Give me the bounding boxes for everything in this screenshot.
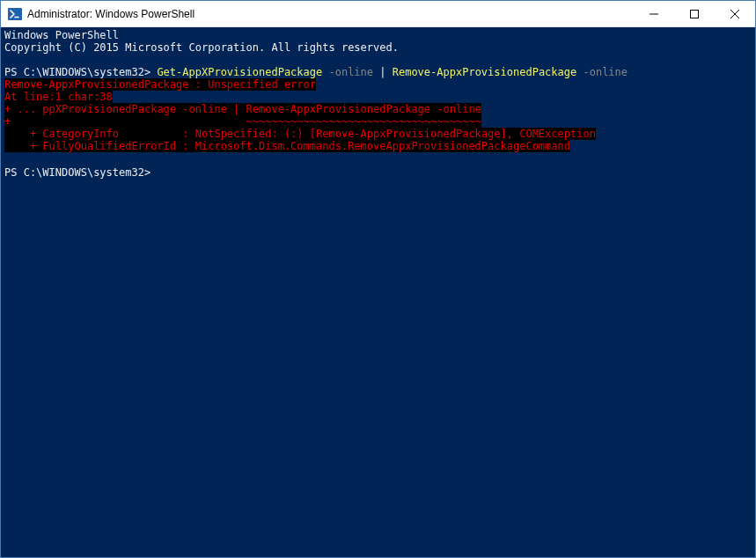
banner-line: Copyright (C) 2015 Microsoft Corporation… bbox=[4, 41, 752, 54]
svg-rect-0 bbox=[8, 8, 22, 20]
close-button[interactable] bbox=[715, 1, 755, 26]
error-line: + ~~~~~~~~~~~~~~~~~~~~~~~~~~~~~~~~~~~~~ bbox=[4, 115, 752, 128]
powershell-icon bbox=[8, 7, 22, 21]
blank-line bbox=[4, 152, 752, 165]
banner-line: Windows PowerShell bbox=[4, 29, 752, 41]
titlebar[interactable]: Administrator: Windows PowerShell bbox=[1, 1, 755, 27]
terminal[interactable]: Windows PowerShellCopyright (C) 2015 Mic… bbox=[1, 27, 755, 557]
error-line: At line:1 char:38 bbox=[4, 91, 752, 103]
prompt-line: PS C:\WINDOWS\system32> bbox=[4, 165, 752, 179]
cursor bbox=[157, 165, 163, 176]
minimize-icon bbox=[650, 10, 658, 18]
svg-rect-3 bbox=[691, 10, 699, 18]
error-line: + FullyQualifiedErrorId : Microsoft.Dism… bbox=[4, 140, 752, 152]
window-title: Administrator: Windows PowerShell bbox=[27, 8, 634, 20]
minimize-button[interactable] bbox=[634, 1, 674, 26]
error-line: + CategoryInfo : NotSpecified: (:) [Remo… bbox=[4, 128, 752, 140]
error-line: Remove-AppxProvisionedPackage : Unspecif… bbox=[4, 78, 752, 91]
window-frame: Administrator: Windows PowerShell Window… bbox=[0, 0, 756, 558]
close-icon bbox=[730, 10, 739, 18]
command-line: PS C:\WINDOWS\system32> Get-AppXProvisio… bbox=[4, 66, 752, 78]
maximize-button[interactable] bbox=[674, 1, 715, 26]
maximize-icon bbox=[690, 10, 699, 18]
error-line: + ... ppXProvisionedPackage -online | Re… bbox=[4, 103, 752, 115]
blank-line bbox=[4, 54, 752, 66]
window-controls bbox=[634, 1, 755, 26]
